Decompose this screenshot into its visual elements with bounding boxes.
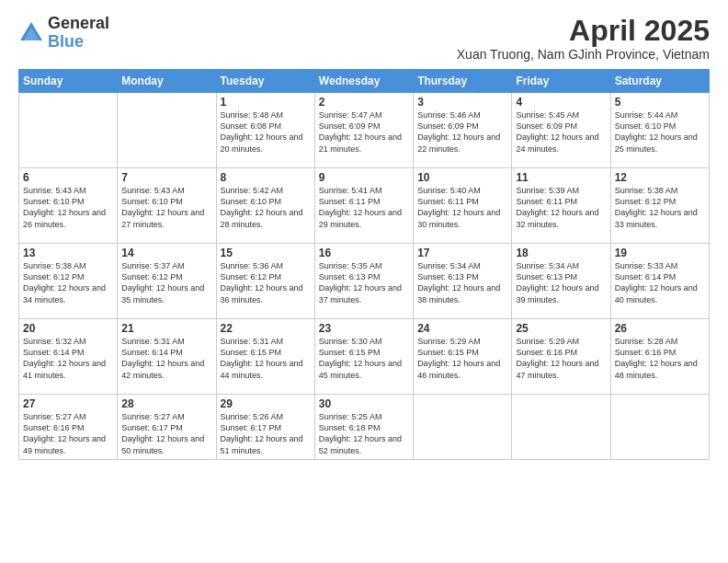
- logo-blue-text: Blue: [48, 33, 109, 52]
- day-info: Sunrise: 5:41 AM Sunset: 6:11 PM Dayligh…: [319, 185, 409, 230]
- day-cell: 15Sunrise: 5:36 AM Sunset: 6:12 PM Dayli…: [216, 244, 314, 319]
- day-number: 30: [319, 397, 409, 410]
- day-header-friday: Friday: [512, 70, 610, 93]
- day-number: 15: [221, 247, 311, 259]
- day-cell: 7Sunrise: 5:43 AM Sunset: 6:10 PM Daylig…: [118, 168, 216, 244]
- day-number: 22: [221, 322, 311, 335]
- day-info: Sunrise: 5:30 AM Sunset: 6:15 PM Dayligh…: [319, 336, 409, 381]
- day-info: Sunrise: 5:31 AM Sunset: 6:14 PM Dayligh…: [121, 336, 211, 381]
- day-number: 9: [319, 171, 409, 184]
- day-cell: [19, 93, 118, 168]
- logo-icon: [18, 20, 44, 46]
- day-cell: 13Sunrise: 5:38 AM Sunset: 6:12 PM Dayli…: [19, 244, 118, 319]
- day-cell: 16Sunrise: 5:35 AM Sunset: 6:13 PM Dayli…: [314, 244, 413, 319]
- day-info: Sunrise: 5:42 AM Sunset: 6:10 PM Dayligh…: [221, 185, 311, 230]
- day-cell: [414, 395, 512, 460]
- day-number: 20: [23, 322, 113, 335]
- day-cell: 28Sunrise: 5:27 AM Sunset: 6:17 PM Dayli…: [118, 395, 216, 460]
- calendar-table: SundayMondayTuesdayWednesdayThursdayFrid…: [18, 69, 710, 460]
- calendar-subtitle: Xuan Truong, Nam GJinh Province, Vietnam: [457, 47, 710, 62]
- day-info: Sunrise: 5:29 AM Sunset: 6:15 PM Dayligh…: [417, 336, 507, 381]
- week-row-5: 27Sunrise: 5:27 AM Sunset: 6:16 PM Dayli…: [19, 395, 710, 460]
- day-cell: 22Sunrise: 5:31 AM Sunset: 6:15 PM Dayli…: [216, 319, 314, 395]
- day-cell: [610, 395, 709, 460]
- day-number: 29: [221, 397, 311, 410]
- page: General Blue April 2025 Xuan Truong, Nam…: [0, 0, 728, 563]
- day-info: Sunrise: 5:29 AM Sunset: 6:16 PM Dayligh…: [516, 336, 606, 381]
- day-number: 11: [516, 171, 606, 184]
- day-number: 1: [221, 96, 311, 109]
- day-info: Sunrise: 5:37 AM Sunset: 6:12 PM Dayligh…: [121, 260, 211, 305]
- day-number: 17: [417, 247, 507, 259]
- logo: General Blue: [18, 15, 109, 52]
- day-info: Sunrise: 5:40 AM Sunset: 6:11 PM Dayligh…: [417, 185, 507, 230]
- day-info: Sunrise: 5:33 AM Sunset: 6:14 PM Dayligh…: [615, 260, 705, 305]
- day-info: Sunrise: 5:32 AM Sunset: 6:14 PM Dayligh…: [23, 336, 113, 381]
- day-cell: 21Sunrise: 5:31 AM Sunset: 6:14 PM Dayli…: [118, 319, 216, 395]
- day-info: Sunrise: 5:46 AM Sunset: 6:09 PM Dayligh…: [417, 109, 507, 155]
- day-info: Sunrise: 5:48 AM Sunset: 6:08 PM Dayligh…: [221, 109, 311, 155]
- week-row-3: 13Sunrise: 5:38 AM Sunset: 6:12 PM Dayli…: [19, 244, 710, 319]
- calendar-body: 1Sunrise: 5:48 AM Sunset: 6:08 PM Daylig…: [19, 93, 710, 460]
- day-header-thursday: Thursday: [414, 70, 512, 93]
- day-cell: [118, 93, 216, 168]
- week-row-2: 6Sunrise: 5:43 AM Sunset: 6:10 PM Daylig…: [19, 168, 710, 244]
- day-cell: 10Sunrise: 5:40 AM Sunset: 6:11 PM Dayli…: [414, 168, 512, 244]
- day-info: Sunrise: 5:25 AM Sunset: 6:18 PM Dayligh…: [319, 411, 409, 456]
- day-number: 27: [23, 397, 113, 410]
- day-cell: 26Sunrise: 5:28 AM Sunset: 6:16 PM Dayli…: [610, 319, 709, 395]
- logo-text: General Blue: [48, 15, 109, 52]
- day-number: 6: [23, 171, 113, 184]
- title-block: April 2025 Xuan Truong, Nam GJinh Provin…: [457, 15, 710, 62]
- day-cell: 17Sunrise: 5:34 AM Sunset: 6:13 PM Dayli…: [414, 244, 512, 319]
- day-cell: 20Sunrise: 5:32 AM Sunset: 6:14 PM Dayli…: [19, 319, 118, 395]
- day-number: 10: [417, 171, 507, 184]
- day-cell: 19Sunrise: 5:33 AM Sunset: 6:14 PM Dayli…: [610, 244, 709, 319]
- day-header-sunday: Sunday: [19, 70, 118, 93]
- day-number: 13: [23, 247, 113, 259]
- day-cell: 25Sunrise: 5:29 AM Sunset: 6:16 PM Dayli…: [512, 319, 610, 395]
- day-info: Sunrise: 5:45 AM Sunset: 6:09 PM Dayligh…: [516, 109, 606, 155]
- day-cell: [512, 395, 610, 460]
- day-cell: 14Sunrise: 5:37 AM Sunset: 6:12 PM Dayli…: [118, 244, 216, 319]
- week-row-1: 1Sunrise: 5:48 AM Sunset: 6:08 PM Daylig…: [19, 93, 710, 168]
- day-cell: 1Sunrise: 5:48 AM Sunset: 6:08 PM Daylig…: [216, 93, 314, 168]
- day-info: Sunrise: 5:34 AM Sunset: 6:13 PM Dayligh…: [417, 260, 507, 305]
- logo-general-text: General: [48, 15, 109, 33]
- day-info: Sunrise: 5:38 AM Sunset: 6:12 PM Dayligh…: [615, 185, 705, 230]
- day-number: 14: [121, 247, 211, 259]
- day-cell: 29Sunrise: 5:26 AM Sunset: 6:17 PM Dayli…: [216, 395, 314, 460]
- day-number: 19: [615, 247, 705, 259]
- day-cell: 27Sunrise: 5:27 AM Sunset: 6:16 PM Dayli…: [19, 395, 118, 460]
- day-cell: 12Sunrise: 5:38 AM Sunset: 6:12 PM Dayli…: [610, 168, 709, 244]
- day-number: 18: [516, 247, 606, 259]
- day-cell: 18Sunrise: 5:34 AM Sunset: 6:13 PM Dayli…: [512, 244, 610, 319]
- day-cell: 30Sunrise: 5:25 AM Sunset: 6:18 PM Dayli…: [314, 395, 413, 460]
- day-info: Sunrise: 5:38 AM Sunset: 6:12 PM Dayligh…: [23, 260, 113, 305]
- day-cell: 9Sunrise: 5:41 AM Sunset: 6:11 PM Daylig…: [314, 168, 413, 244]
- day-cell: 8Sunrise: 5:42 AM Sunset: 6:10 PM Daylig…: [216, 168, 314, 244]
- day-cell: 3Sunrise: 5:46 AM Sunset: 6:09 PM Daylig…: [414, 93, 512, 168]
- day-number: 8: [221, 171, 311, 184]
- day-header-wednesday: Wednesday: [314, 70, 413, 93]
- day-info: Sunrise: 5:34 AM Sunset: 6:13 PM Dayligh…: [516, 260, 606, 305]
- day-info: Sunrise: 5:35 AM Sunset: 6:13 PM Dayligh…: [319, 260, 409, 305]
- day-header-tuesday: Tuesday: [216, 70, 314, 93]
- day-number: 3: [417, 96, 507, 109]
- day-number: 5: [615, 96, 705, 109]
- day-info: Sunrise: 5:44 AM Sunset: 6:10 PM Dayligh…: [615, 109, 705, 155]
- day-number: 24: [417, 322, 507, 335]
- day-number: 7: [121, 171, 211, 184]
- header-row: SundayMondayTuesdayWednesdayThursdayFrid…: [19, 70, 710, 93]
- day-header-saturday: Saturday: [610, 70, 709, 93]
- day-cell: 23Sunrise: 5:30 AM Sunset: 6:15 PM Dayli…: [314, 319, 413, 395]
- day-number: 26: [615, 322, 705, 335]
- day-info: Sunrise: 5:36 AM Sunset: 6:12 PM Dayligh…: [221, 260, 311, 305]
- day-info: Sunrise: 5:43 AM Sunset: 6:10 PM Dayligh…: [23, 185, 113, 230]
- calendar-title: April 2025: [457, 15, 710, 47]
- day-number: 12: [615, 171, 705, 184]
- day-info: Sunrise: 5:39 AM Sunset: 6:11 PM Dayligh…: [516, 185, 606, 230]
- day-header-monday: Monday: [118, 70, 216, 93]
- day-number: 16: [319, 247, 409, 259]
- day-number: 2: [319, 96, 409, 109]
